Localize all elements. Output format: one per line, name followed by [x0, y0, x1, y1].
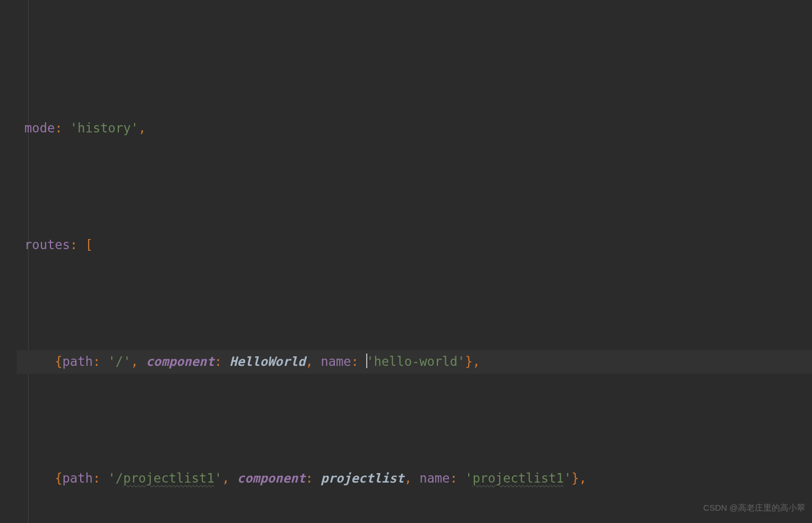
string-history: 'history': [70, 121, 139, 135]
code-line-active[interactable]: {path: '/', component: HelloWorld, name:…: [17, 350, 812, 374]
watermark: CSDN @高老庄里的高小翠: [703, 496, 805, 520]
code-line[interactable]: routes: [: [17, 233, 812, 257]
code-line[interactable]: mode: 'history',: [17, 117, 812, 140]
code-line[interactable]: {path: '/projectlist1', component: proje…: [17, 467, 812, 490]
key-mode: mode: [25, 121, 55, 135]
code-editor[interactable]: mode: 'history', routes: [ {path: '/', c…: [0, 0, 812, 523]
